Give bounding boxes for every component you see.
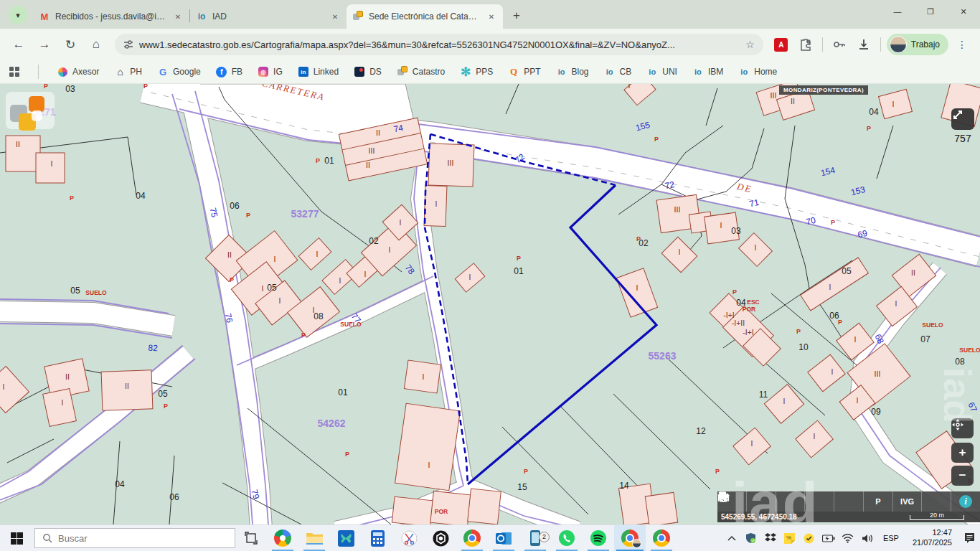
measure-distance-button[interactable] [805,491,834,512]
tab-close-icon[interactable]: ✕ [486,11,497,22]
zoom-out-button[interactable]: − [951,466,974,486]
ivg-button[interactable]: IVG [893,491,923,512]
tab-search-button[interactable]: ▾ [9,6,27,24]
taskbar-search[interactable] [34,528,235,548]
print-button[interactable] [834,491,864,512]
app-maps[interactable] [267,525,298,551]
info-button[interactable]: i [951,491,980,512]
wifi-icon[interactable] [842,534,854,543]
tab-close-icon[interactable]: ✕ [172,11,184,22]
extensions-puzzle-icon[interactable] [795,34,816,55]
dropbox-icon[interactable] [764,533,777,543]
zoom-search-button[interactable] [747,491,776,512]
tab-iad[interactable]: io IAD ✕ [190,4,347,29]
bookmark-ig[interactable]: ◎IG [258,66,283,77]
map-label: 08 [955,357,965,367]
new-tab-button[interactable]: + [507,6,526,25]
back-icon[interactable]: ← [7,33,30,56]
tab-close-icon[interactable]: ✕ [329,11,341,22]
map-label: I [313,306,315,314]
bookmark-blog[interactable]: ioBlog [556,66,589,77]
pan-button[interactable] [951,418,974,438]
home-icon[interactable]: ⌂ [85,33,108,56]
app-outlook[interactable] [488,525,519,551]
layers-button[interactable] [776,491,806,512]
maximize-button[interactable]: ❐ [914,0,947,23]
tray-chevron-icon[interactable] [725,535,738,541]
map-label: 08 [314,311,324,321]
app-chrome-profile-active[interactable] [614,525,646,551]
download-icon[interactable] [853,34,875,55]
sticky-notes-icon[interactable]: % [783,533,796,544]
defender-shield-icon[interactable] [745,532,758,544]
site-settings-icon[interactable] [123,39,133,50]
map-label: I [423,372,425,381]
map-label: I [628,84,631,90]
minimize-button[interactable]: — [881,0,914,23]
language-indicator[interactable]: ESP [880,534,902,542]
app-butterfly[interactable] [330,525,362,551]
bookmark-ibm[interactable]: ioIBM [692,66,723,77]
notification-center-icon[interactable] [963,532,976,544]
tab-gmail[interactable]: M Recibidos - jesus.davila@iadesp ✕ [33,4,189,29]
bookmark-linkedin[interactable]: inLinked [298,66,339,77]
reference-point-button[interactable]: P [864,491,893,512]
map-label: 05 [267,283,277,293]
bookmark-uni[interactable]: ioUNI [646,66,677,77]
app-chrome-2[interactable] [646,525,677,551]
map-label: 04 [869,107,879,117]
app-whatsapp[interactable] [551,525,583,551]
close-button[interactable]: ✕ [947,0,980,23]
iad-icon: io [646,66,658,77]
info-icon: i [959,495,972,508]
map-label: 09 [871,407,881,417]
speaker-icon[interactable] [861,534,874,543]
zoom-level-readout: 757 [948,133,977,144]
bookmark-cb[interactable]: ioCB [604,66,632,77]
search-input[interactable] [58,533,202,544]
map-label: P [230,276,234,283]
windows-logo-icon [11,532,23,545]
app-chrome-1[interactable] [456,525,488,551]
password-key-icon[interactable] [829,34,850,55]
adobe-pdf-extension-icon[interactable]: A [771,34,792,55]
map-label: 01 [514,266,524,276]
profile-chip[interactable]: Trabajo [887,34,948,55]
map-label: 06 [169,492,179,502]
browser-menu-icon[interactable]: ⋮ [951,34,973,55]
app-snipping-tool[interactable] [393,525,425,551]
3d-view-button[interactable] [922,491,951,512]
task-view-button[interactable] [235,525,267,551]
app-file-explorer[interactable] [298,525,330,551]
bookmark-ds[interactable]: DS [354,66,382,77]
bookmark-fb[interactable]: fFB [216,66,242,77]
forward-icon[interactable]: → [33,33,56,56]
fullscreen-expand-button[interactable] [951,108,974,130]
reload-icon[interactable]: ↻ [59,33,82,56]
app-phone-link[interactable]: 2 [519,525,551,551]
map-label: P [316,157,320,164]
bookmark-pps[interactable]: ✻PPS [460,66,493,77]
apps-grid-icon[interactable] [9,66,20,77]
bookmark-catastro[interactable]: Catastro [397,66,445,77]
bookmark-ph[interactable]: ⌂PH [114,66,142,77]
zoom-in-button[interactable]: + [951,443,974,463]
tab-catastro-active[interactable]: Sede Electrónica del Catastro - ✕ [347,4,503,29]
bookmark-ppt[interactable]: QPPT [508,66,540,77]
app-spotify[interactable] [583,525,614,551]
bookmark-google[interactable]: GGoogle [157,66,201,77]
battery-icon[interactable] [822,534,835,542]
bookmark-home[interactable]: ioHome [738,66,777,77]
start-button[interactable] [0,525,33,551]
cadastral-map[interactable]: 0304060102050805050104060102030504061011… [0,84,980,524]
clock-check-icon[interactable] [803,533,816,544]
taskbar-clock[interactable]: 12:47 21/07/2025 [908,528,956,548]
bookmark-star-icon[interactable]: ☆ [745,39,755,50]
app-chatgpt[interactable] [425,525,456,551]
spotify-icon [590,529,607,547]
app-calculator[interactable] [362,525,393,551]
url-text[interactable]: www1.sedecatastro.gob.es/Cartografia/map… [139,39,740,50]
bookmark-axesor[interactable]: Axesor [57,66,99,77]
address-bar[interactable]: www1.sedecatastro.gob.es/Cartografia/map… [115,34,763,55]
layer-style-widget[interactable] [6,92,55,129]
